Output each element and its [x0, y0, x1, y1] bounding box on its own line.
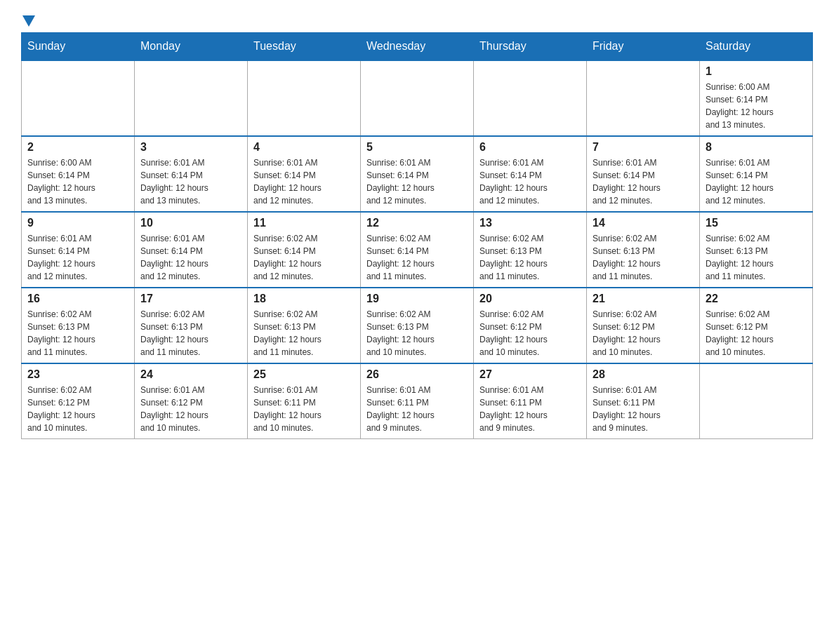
day-number: 15	[706, 217, 807, 229]
day-number: 6	[479, 141, 581, 154]
page-header	[21, 14, 813, 27]
col-header-friday: Friday	[587, 33, 700, 61]
col-header-saturday: Saturday	[700, 33, 813, 61]
table-row: 14Sunrise: 6:02 AM Sunset: 6:13 PM Dayli…	[587, 212, 700, 288]
day-number: 23	[27, 368, 128, 381]
calendar-header-row: Sunday Monday Tuesday Wednesday Thursday…	[22, 33, 813, 61]
day-number: 4	[253, 141, 355, 154]
table-row	[135, 60, 248, 136]
table-row: 12Sunrise: 6:02 AM Sunset: 6:14 PM Dayli…	[361, 212, 474, 288]
table-row: 5Sunrise: 6:01 AM Sunset: 6:14 PM Daylig…	[361, 136, 474, 212]
svg-marker-0	[22, 15, 35, 27]
day-number: 20	[479, 293, 581, 305]
day-number: 24	[140, 368, 241, 381]
day-number: 26	[366, 368, 468, 381]
day-info: Sunrise: 6:01 AM Sunset: 6:14 PM Dayligh…	[27, 232, 128, 283]
day-number: 5	[366, 141, 468, 154]
table-row	[248, 60, 361, 136]
calendar-week-row: 23Sunrise: 6:02 AM Sunset: 6:12 PM Dayli…	[22, 363, 813, 439]
day-info: Sunrise: 6:02 AM Sunset: 6:12 PM Dayligh…	[27, 384, 128, 434]
table-row: 21Sunrise: 6:02 AM Sunset: 6:12 PM Dayli…	[587, 288, 700, 363]
day-number: 11	[253, 217, 355, 229]
day-info: Sunrise: 6:01 AM Sunset: 6:14 PM Dayligh…	[366, 156, 468, 207]
day-info: Sunrise: 6:01 AM Sunset: 6:11 PM Dayligh…	[479, 384, 581, 434]
day-number: 7	[593, 141, 694, 154]
day-info: Sunrise: 6:02 AM Sunset: 6:12 PM Dayligh…	[706, 308, 807, 358]
day-info: Sunrise: 6:01 AM Sunset: 6:14 PM Dayligh…	[706, 156, 807, 207]
day-number: 18	[253, 293, 355, 305]
day-info: Sunrise: 6:00 AM Sunset: 6:14 PM Dayligh…	[706, 81, 807, 131]
table-row: 2Sunrise: 6:00 AM Sunset: 6:14 PM Daylig…	[22, 136, 135, 212]
day-info: Sunrise: 6:02 AM Sunset: 6:13 PM Dayligh…	[706, 232, 807, 283]
day-number: 2	[27, 141, 128, 154]
table-row: 4Sunrise: 6:01 AM Sunset: 6:14 PM Daylig…	[248, 136, 361, 212]
table-row: 20Sunrise: 6:02 AM Sunset: 6:12 PM Dayli…	[474, 288, 587, 363]
table-row	[22, 60, 135, 136]
day-info: Sunrise: 6:01 AM Sunset: 6:14 PM Dayligh…	[253, 156, 355, 207]
table-row	[587, 60, 700, 136]
table-row: 28Sunrise: 6:01 AM Sunset: 6:11 PM Dayli…	[587, 363, 700, 439]
day-info: Sunrise: 6:02 AM Sunset: 6:14 PM Dayligh…	[366, 232, 468, 283]
day-number: 19	[366, 293, 468, 305]
col-header-tuesday: Tuesday	[248, 33, 361, 61]
day-info: Sunrise: 6:01 AM Sunset: 6:14 PM Dayligh…	[593, 156, 694, 207]
day-info: Sunrise: 6:01 AM Sunset: 6:11 PM Dayligh…	[593, 384, 694, 434]
table-row: 9Sunrise: 6:01 AM Sunset: 6:14 PM Daylig…	[22, 212, 135, 288]
day-info: Sunrise: 6:02 AM Sunset: 6:12 PM Dayligh…	[479, 308, 581, 358]
day-info: Sunrise: 6:01 AM Sunset: 6:11 PM Dayligh…	[253, 384, 355, 434]
day-number: 17	[140, 293, 241, 305]
table-row: 19Sunrise: 6:02 AM Sunset: 6:13 PM Dayli…	[361, 288, 474, 363]
logo	[21, 14, 35, 27]
table-row: 15Sunrise: 6:02 AM Sunset: 6:13 PM Dayli…	[700, 212, 813, 288]
day-number: 14	[593, 217, 694, 229]
day-info: Sunrise: 6:01 AM Sunset: 6:14 PM Dayligh…	[140, 156, 241, 207]
day-number: 16	[27, 293, 128, 305]
day-number: 8	[706, 141, 807, 154]
table-row: 6Sunrise: 6:01 AM Sunset: 6:14 PM Daylig…	[474, 136, 587, 212]
table-row: 3Sunrise: 6:01 AM Sunset: 6:14 PM Daylig…	[135, 136, 248, 212]
table-row	[700, 363, 813, 439]
day-info: Sunrise: 6:02 AM Sunset: 6:13 PM Dayligh…	[27, 308, 128, 358]
day-number: 12	[366, 217, 468, 229]
table-row: 11Sunrise: 6:02 AM Sunset: 6:14 PM Dayli…	[248, 212, 361, 288]
day-number: 28	[593, 368, 694, 381]
day-info: Sunrise: 6:00 AM Sunset: 6:14 PM Dayligh…	[27, 156, 128, 207]
day-info: Sunrise: 6:02 AM Sunset: 6:13 PM Dayligh…	[253, 308, 355, 358]
table-row: 18Sunrise: 6:02 AM Sunset: 6:13 PM Dayli…	[248, 288, 361, 363]
day-info: Sunrise: 6:02 AM Sunset: 6:13 PM Dayligh…	[479, 232, 581, 283]
col-header-wednesday: Wednesday	[361, 33, 474, 61]
table-row: 22Sunrise: 6:02 AM Sunset: 6:12 PM Dayli…	[700, 288, 813, 363]
day-number: 13	[479, 217, 581, 229]
day-number: 25	[253, 368, 355, 381]
table-row: 17Sunrise: 6:02 AM Sunset: 6:13 PM Dayli…	[135, 288, 248, 363]
day-number: 27	[479, 368, 581, 381]
day-info: Sunrise: 6:01 AM Sunset: 6:14 PM Dayligh…	[140, 232, 241, 283]
day-info: Sunrise: 6:01 AM Sunset: 6:11 PM Dayligh…	[366, 384, 468, 434]
calendar-week-row: 2Sunrise: 6:00 AM Sunset: 6:14 PM Daylig…	[22, 136, 813, 212]
day-number: 21	[593, 293, 694, 305]
table-row: 25Sunrise: 6:01 AM Sunset: 6:11 PM Dayli…	[248, 363, 361, 439]
day-info: Sunrise: 6:02 AM Sunset: 6:12 PM Dayligh…	[593, 308, 694, 358]
table-row: 24Sunrise: 6:01 AM Sunset: 6:12 PM Dayli…	[135, 363, 248, 439]
calendar-week-row: 1Sunrise: 6:00 AM Sunset: 6:14 PM Daylig…	[22, 60, 813, 136]
calendar-week-row: 16Sunrise: 6:02 AM Sunset: 6:13 PM Dayli…	[22, 288, 813, 363]
table-row	[474, 60, 587, 136]
day-number: 3	[140, 141, 241, 154]
calendar-week-row: 9Sunrise: 6:01 AM Sunset: 6:14 PM Daylig…	[22, 212, 813, 288]
table-row: 27Sunrise: 6:01 AM Sunset: 6:11 PM Dayli…	[474, 363, 587, 439]
day-info: Sunrise: 6:02 AM Sunset: 6:14 PM Dayligh…	[253, 232, 355, 283]
day-number: 22	[706, 293, 807, 305]
day-info: Sunrise: 6:02 AM Sunset: 6:13 PM Dayligh…	[140, 308, 241, 358]
day-info: Sunrise: 6:02 AM Sunset: 6:13 PM Dayligh…	[366, 308, 468, 358]
day-info: Sunrise: 6:01 AM Sunset: 6:14 PM Dayligh…	[479, 156, 581, 207]
table-row: 16Sunrise: 6:02 AM Sunset: 6:13 PM Dayli…	[22, 288, 135, 363]
day-number: 10	[140, 217, 241, 229]
table-row: 1Sunrise: 6:00 AM Sunset: 6:14 PM Daylig…	[700, 60, 813, 136]
table-row: 8Sunrise: 6:01 AM Sunset: 6:14 PM Daylig…	[700, 136, 813, 212]
day-info: Sunrise: 6:01 AM Sunset: 6:12 PM Dayligh…	[140, 384, 241, 434]
day-info: Sunrise: 6:02 AM Sunset: 6:13 PM Dayligh…	[593, 232, 694, 283]
table-row: 10Sunrise: 6:01 AM Sunset: 6:14 PM Dayli…	[135, 212, 248, 288]
table-row: 13Sunrise: 6:02 AM Sunset: 6:13 PM Dayli…	[474, 212, 587, 288]
col-header-monday: Monday	[135, 33, 248, 61]
day-number: 1	[706, 65, 807, 78]
